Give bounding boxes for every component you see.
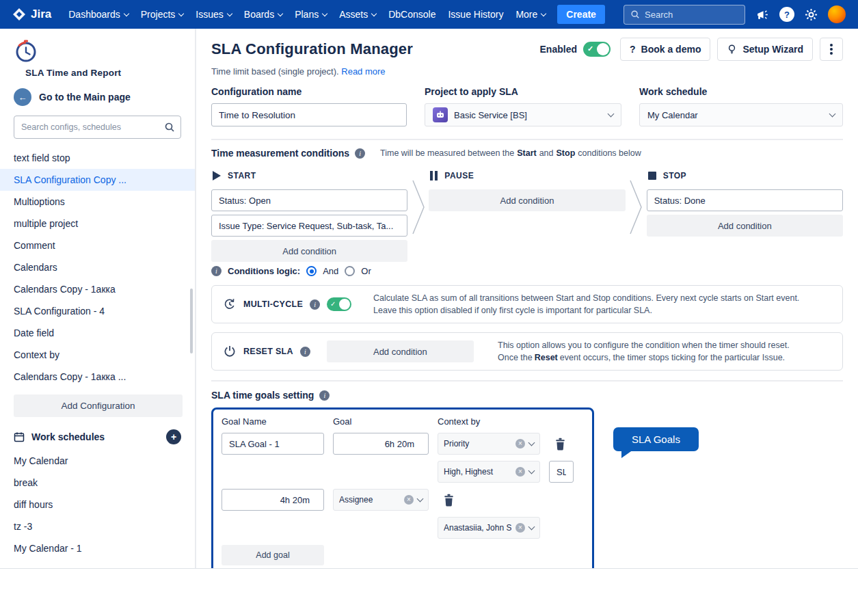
schedule-list: My Calendar break diff hours tz -3 My Ca… xyxy=(0,450,195,559)
nav-item-projects[interactable]: Projects xyxy=(135,5,190,24)
info-icon[interactable]: i xyxy=(300,347,310,357)
page-title: SLA Configuration Manager xyxy=(211,40,413,58)
announcement-icon[interactable] xyxy=(756,8,769,21)
history-icon xyxy=(223,297,237,311)
schedule-item[interactable]: My Calendar - 1 xyxy=(0,537,195,559)
nav-item-issue-history[interactable]: Issue History xyxy=(442,5,509,24)
config-item[interactable]: Calendars Copy - 1акка ... xyxy=(0,366,195,388)
stop-add-condition-button[interactable]: Add condition xyxy=(647,215,843,237)
nav-item-issues[interactable]: Issues xyxy=(189,5,237,24)
nav-item-plans[interactable]: Plans xyxy=(289,5,333,24)
page-header: SLA Configuration Manager Enabled ✓ ? Bo… xyxy=(211,38,843,61)
setup-wizard-button[interactable]: Setup Wizard xyxy=(717,38,813,61)
add-schedule-button[interactable]: + xyxy=(166,429,181,444)
enabled-label: Enabled xyxy=(540,44,577,55)
chevron-down-icon xyxy=(371,10,377,16)
help-icon[interactable]: ? xyxy=(779,7,794,22)
nav-item-dbconsole[interactable]: DbConsole xyxy=(382,5,442,24)
config-item[interactable]: Calendars xyxy=(0,256,195,278)
global-search[interactable] xyxy=(624,5,745,25)
read-more-link[interactable]: Read more xyxy=(341,66,385,77)
create-button[interactable]: Create xyxy=(557,5,605,24)
start-label: START xyxy=(228,171,256,180)
goal-value-input[interactable] xyxy=(222,489,324,511)
start-add-condition-button[interactable]: Add condition xyxy=(211,240,407,262)
question-icon: ? xyxy=(630,44,636,55)
reset-add-condition-button[interactable]: Add condition xyxy=(327,340,474,362)
pause-add-condition-button[interactable]: Add condition xyxy=(429,189,625,211)
schedule-item[interactable]: diff hours xyxy=(0,494,195,515)
nav-item-dashboards[interactable]: Dashboards xyxy=(62,5,135,24)
start-condition-chip[interactable]: Issue Type: Service Request, Sub-task, T… xyxy=(211,215,407,237)
context-values-select[interactable]: Anastasiia, John Smit... × xyxy=(438,517,540,539)
context-values-select[interactable]: High, Highest × xyxy=(438,461,540,483)
start-condition-chip[interactable]: Status: Open xyxy=(211,189,407,211)
info-icon[interactable]: i xyxy=(211,266,222,276)
config-item[interactable]: Date field xyxy=(0,322,195,344)
more-options-button[interactable] xyxy=(820,38,843,61)
add-configuration-button[interactable]: Add Configuration xyxy=(14,394,183,417)
enabled-toggle[interactable]: ✓ xyxy=(583,42,611,57)
clear-icon[interactable]: × xyxy=(404,495,414,505)
config-item[interactable]: text field stop xyxy=(0,147,195,169)
stop-condition-chip[interactable]: Status: Done xyxy=(647,189,843,211)
power-icon xyxy=(223,345,237,358)
config-item[interactable]: Calendars Copy - 1акка xyxy=(0,278,195,300)
info-icon[interactable]: i xyxy=(355,148,365,159)
chevron-down-icon xyxy=(278,10,283,16)
schedule-item[interactable]: tz -3 xyxy=(0,515,195,537)
config-item[interactable]: Comment xyxy=(0,235,195,256)
conditions-logic-label: Conditions logic: xyxy=(228,266,300,276)
goal-value-input[interactable] xyxy=(333,433,429,455)
check-icon: ✓ xyxy=(330,299,336,309)
nav-item-more[interactable]: More xyxy=(509,5,552,24)
schedule-item[interactable]: break xyxy=(0,472,195,494)
goals-section-header: SLA time goals setting i xyxy=(211,390,843,401)
project-select-value: Basic Service [BS] xyxy=(454,110,602,120)
primary-nav: Dashboards Projects Issues Boards Plans … xyxy=(62,5,552,24)
work-schedule-select[interactable]: My Calendar xyxy=(639,103,843,126)
add-goal-button[interactable]: Add goal xyxy=(222,545,324,565)
reset-sla-box: RESET SLA i Add condition This option al… xyxy=(211,332,843,371)
header-actions: Enabled ✓ ? Book a demo Setup Wizard xyxy=(540,38,843,61)
sidebar-scrollbar[interactable] xyxy=(190,289,193,353)
schedule-item[interactable]: My Calendar xyxy=(0,450,195,472)
info-icon[interactable]: i xyxy=(310,299,320,310)
book-demo-button[interactable]: ? Book a demo xyxy=(620,38,710,61)
back-to-main-link[interactable]: ← Go to the Main page xyxy=(14,88,181,106)
delete-goal-button[interactable] xyxy=(438,489,459,511)
project-select[interactable]: Basic Service [BS] xyxy=(425,103,621,126)
config-item[interactable]: SLA Configuration - 4 xyxy=(0,300,195,322)
context-field-select[interactable]: Priority × xyxy=(438,433,540,455)
global-search-input[interactable] xyxy=(645,10,738,20)
nav-item-assets[interactable]: Assets xyxy=(333,5,382,24)
search-icon xyxy=(164,122,175,135)
goal-name-input[interactable] xyxy=(549,461,574,483)
divider xyxy=(211,139,843,140)
config-item-selected[interactable]: SLA Configuration Copy ... xyxy=(0,169,195,191)
config-name-input[interactable] xyxy=(211,103,407,126)
config-item[interactable]: Context by xyxy=(0,344,195,366)
logic-or-radio[interactable] xyxy=(345,266,355,276)
config-item[interactable]: Multioptions xyxy=(0,191,195,213)
enabled-control: Enabled ✓ xyxy=(540,42,611,57)
config-item[interactable]: multiple project xyxy=(0,213,195,235)
context-field-select[interactable]: Assignee × xyxy=(333,489,429,511)
nav-item-boards[interactable]: Boards xyxy=(238,5,289,24)
info-icon[interactable]: i xyxy=(319,390,330,401)
clear-icon[interactable]: × xyxy=(515,467,525,477)
jira-brand[interactable]: Jira xyxy=(12,8,51,21)
chevron-down-icon xyxy=(227,10,232,16)
delete-goal-button[interactable] xyxy=(549,433,571,455)
gear-icon[interactable] xyxy=(805,8,818,21)
goal-name-input[interactable] xyxy=(222,433,324,455)
navbar-icons: ? xyxy=(756,5,846,23)
logic-and-radio[interactable] xyxy=(306,266,317,276)
sla-app-logo-icon xyxy=(12,37,195,67)
user-avatar[interactable] xyxy=(828,5,846,23)
multi-cycle-toggle[interactable]: ✓ xyxy=(327,297,351,311)
sidebar-search-input[interactable] xyxy=(14,116,181,139)
clear-icon[interactable]: × xyxy=(515,523,525,533)
clear-icon[interactable]: × xyxy=(515,439,525,448)
work-schedules-header: Work schedules + xyxy=(14,429,181,444)
